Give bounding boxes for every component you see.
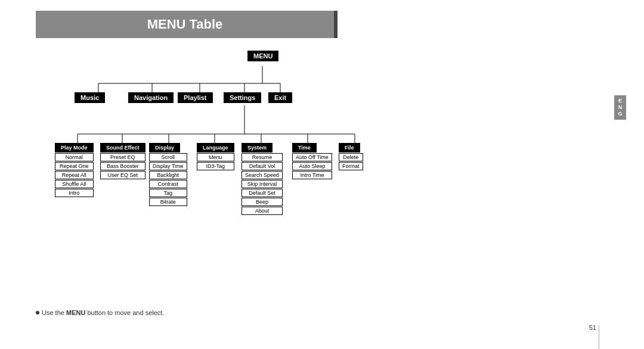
sub-item: Repeat All bbox=[55, 171, 94, 179]
sub-item: Delete bbox=[339, 153, 363, 161]
sub-item: Contrast bbox=[149, 180, 187, 188]
display-items: Scroll Display Time Backlight Contrast T… bbox=[149, 153, 187, 206]
eng-label: ENG bbox=[617, 98, 623, 117]
music-box: Music bbox=[75, 92, 105, 103]
sub-item: About bbox=[242, 207, 283, 215]
level2-language: Language Menu ID3-Tag bbox=[197, 143, 234, 170]
language-items: Menu ID3-Tag bbox=[197, 153, 234, 170]
navigation-box: Navigation bbox=[128, 92, 174, 103]
eng-sidebar: ENG bbox=[614, 95, 626, 120]
sub-item: User EQ Set bbox=[100, 171, 145, 179]
playmode-box: Play Mode bbox=[55, 143, 94, 152]
sub-item: Beep bbox=[242, 198, 283, 206]
note-text: Use the MENU button to move and select. bbox=[42, 309, 164, 316]
playmode-items: Normal Repeat One Repeat All Shuffle All… bbox=[55, 153, 94, 197]
note-bold: MENU bbox=[66, 309, 85, 316]
sub-item: Bitrate bbox=[149, 198, 187, 206]
level2-soundeffect: Sound Effect Preset EQ Bass Booster User… bbox=[100, 143, 145, 179]
level2-playmode: Play Mode Normal Repeat One Repeat All S… bbox=[55, 143, 94, 197]
sub-item: Backlight bbox=[149, 171, 187, 179]
system-box: System bbox=[242, 143, 273, 152]
sub-item: Auto Sleep bbox=[292, 162, 332, 170]
bottom-note: Use the MENU button to move and select. bbox=[36, 309, 164, 316]
sub-item: Default Vol bbox=[242, 162, 283, 170]
exit-box: Exit bbox=[268, 92, 292, 103]
language-box: Language bbox=[197, 143, 234, 152]
file-items: Delete Format bbox=[339, 153, 363, 170]
sub-item: Skip Interval bbox=[242, 180, 283, 188]
sub-item: Default Set bbox=[242, 189, 283, 197]
sub-item: ID3-Tag bbox=[197, 162, 234, 170]
level2-system: System Resume Default Vol Search Speed S… bbox=[242, 143, 283, 215]
level1-settings: Settings bbox=[224, 92, 261, 103]
header-banner: MENU Table bbox=[36, 11, 334, 38]
sub-item: Scroll bbox=[149, 153, 187, 161]
level1-playlist: Playlist bbox=[178, 92, 213, 103]
playlist-box: Playlist bbox=[178, 92, 213, 103]
level1-navigation: Navigation bbox=[128, 92, 174, 103]
sub-item: Bass Booster bbox=[100, 162, 145, 170]
sub-item: Shuffle All bbox=[55, 180, 94, 188]
sub-item: Repeat One bbox=[55, 162, 94, 170]
sub-item: Format bbox=[339, 162, 363, 170]
page-divider bbox=[599, 325, 599, 349]
level1-exit: Exit bbox=[268, 92, 292, 103]
page-number: 51 bbox=[589, 324, 596, 331]
sub-item: Tag bbox=[149, 189, 187, 197]
sub-item: Auto Off Time bbox=[292, 153, 332, 161]
settings-box: Settings bbox=[224, 92, 261, 103]
sub-item: Intro bbox=[55, 189, 94, 197]
sub-item: Normal bbox=[55, 153, 94, 161]
soundeffect-box: Sound Effect bbox=[100, 143, 145, 152]
file-box: File bbox=[339, 143, 360, 152]
header-bar-accent bbox=[334, 11, 338, 38]
time-box: Time bbox=[292, 143, 317, 152]
level2-time: Time Auto Off Time Auto Sleep Intro Time bbox=[292, 143, 332, 179]
sub-item: Preset EQ bbox=[100, 153, 145, 161]
time-items: Auto Off Time Auto Sleep Intro Time bbox=[292, 153, 332, 179]
header-title: MENU Table bbox=[147, 17, 223, 32]
sub-item: Intro Time bbox=[292, 171, 332, 179]
sub-item: Resume bbox=[242, 153, 283, 161]
level2-display: Display Scroll Display Time Backlight Co… bbox=[149, 143, 187, 206]
soundeffect-items: Preset EQ Bass Booster User EQ Set bbox=[100, 153, 145, 179]
sub-item: Menu bbox=[197, 153, 234, 161]
system-items: Resume Default Vol Search Speed Skip Int… bbox=[242, 153, 283, 215]
level1-music: Music bbox=[75, 92, 105, 103]
bullet-icon bbox=[36, 311, 39, 314]
sub-item: Search Speed bbox=[242, 171, 283, 179]
root-menu-box: MENU bbox=[247, 51, 278, 61]
display-box: Display bbox=[149, 143, 180, 152]
sub-item: Display Time bbox=[149, 162, 187, 170]
level2-file: File Delete Format bbox=[339, 143, 363, 170]
